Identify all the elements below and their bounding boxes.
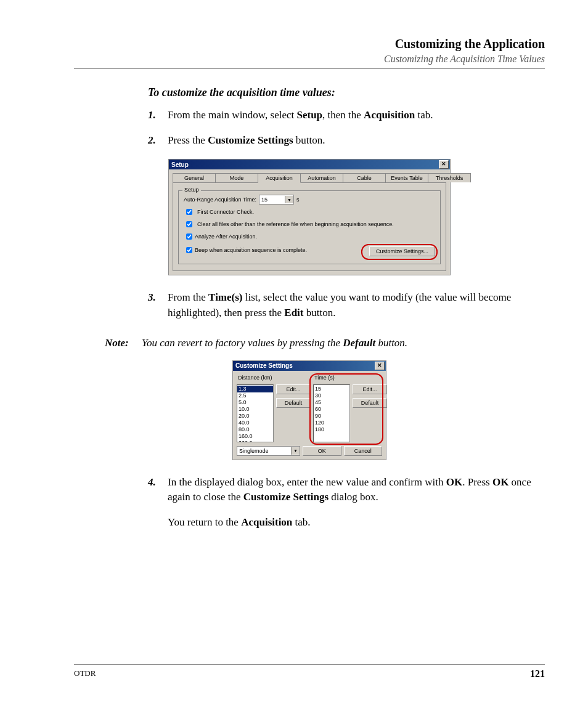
setup-dialog: Setup ✕ General Mode Acquisition Automat…	[168, 159, 451, 275]
ok-button[interactable]: OK	[303, 446, 341, 456]
time-column: Time (s) 15 30 45 60 90 120 180	[313, 375, 387, 442]
tab-events-table[interactable]: Events Table	[385, 173, 428, 182]
list-item[interactable]: 5.0	[237, 399, 273, 406]
tab-cable[interactable]: Cable	[343, 173, 386, 182]
titlebar: Customize Settings ✕	[233, 361, 386, 371]
customize-dialog: Customize Settings ✕ Distance (km) 1.3 2…	[232, 360, 386, 460]
header-title: Customizing the Application	[74, 37, 545, 51]
chk-first-connector: First Connector Check.	[184, 207, 435, 217]
setup-groupbox: Setup Auto-Range Acquisition Time: 15 ▼ …	[178, 190, 441, 264]
checkbox[interactable]	[186, 247, 192, 253]
bottom-row: Singlemode ▼ OK Cancel	[237, 446, 382, 456]
tab-body: Setup Auto-Range Acquisition Time: 15 ▼ …	[173, 182, 446, 271]
close-icon[interactable]: ✕	[375, 362, 385, 370]
step-body: From the Time(s) list, select the value …	[168, 290, 545, 320]
footer-product: OTDR	[74, 668, 96, 680]
chevron-down-icon[interactable]: ▼	[285, 196, 293, 203]
list-item[interactable]: 2.5	[237, 392, 273, 399]
step-body: Press the Customize Settings button.	[168, 133, 545, 148]
customize-settings-button[interactable]: Customize Settings...	[369, 246, 435, 256]
tab-acquisition[interactable]: Acquisition	[258, 173, 301, 183]
mode-combo[interactable]: Singlemode ▼	[237, 446, 300, 456]
section-title: To customize the acquisition time values…	[148, 86, 545, 99]
chk-beep-row: Beep when acquisition sequence is comple…	[184, 244, 435, 256]
tab-row: General Mode Acquisition Automation Cabl…	[169, 169, 450, 182]
tab-thresholds[interactable]: Thresholds	[428, 173, 471, 182]
header-subtitle: Customizing the Acquisition Time Values	[74, 54, 545, 65]
step-2: 2. Press the Customize Settings button.	[74, 133, 545, 148]
list-item[interactable]: 120	[314, 420, 349, 426]
page-footer: OTDR 121	[74, 664, 545, 680]
list-item[interactable]: 30	[314, 392, 349, 399]
tab-mode[interactable]: Mode	[215, 173, 258, 182]
distance-label: Distance (km)	[237, 375, 311, 381]
time-listbox[interactable]: 15 30 45 60 90 120 180	[313, 384, 350, 442]
note-body: You can revert to factory values by pres…	[142, 337, 545, 349]
auto-range-label: Auto-Range Acquisition Time:	[184, 197, 256, 203]
step-number: 1.	[148, 108, 168, 123]
page-header: Customizing the Application Customizing …	[74, 37, 545, 69]
list-item[interactable]: 90	[314, 413, 349, 420]
customize-dialog-figure: Customize Settings ✕ Distance (km) 1.3 2…	[74, 360, 545, 460]
checkbox[interactable]	[186, 221, 192, 227]
list-item[interactable]: 60	[314, 406, 349, 413]
auto-range-combo[interactable]: 15 ▼	[259, 195, 294, 205]
list-item[interactable]: 1.3	[237, 386, 273, 392]
setup-dialog-figure: Setup ✕ General Mode Acquisition Automat…	[74, 159, 545, 275]
auto-range-row: Auto-Range Acquisition Time: 15 ▼ s	[184, 195, 435, 205]
distance-edit-button[interactable]: Edit...	[276, 384, 311, 394]
customize-btn-area: Customize Settings...	[369, 246, 435, 256]
step-3: 3. From the Time(s) list, select the val…	[74, 290, 545, 320]
list-item[interactable]: 180	[314, 426, 349, 433]
step-4: 4. In the displayed dialog box, enter th…	[74, 475, 545, 505]
list-item[interactable]: 80.0	[237, 426, 273, 433]
step-number: 3.	[148, 290, 168, 320]
chevron-down-icon[interactable]: ▼	[291, 447, 300, 455]
auto-range-unit: s	[296, 197, 300, 203]
return-text: You return to the Acquisition tab.	[168, 515, 545, 530]
step-1: 1. From the main window, select Setup, t…	[74, 108, 545, 123]
step-body: From the main window, select Setup, then…	[168, 108, 545, 123]
footer-page-number: 121	[530, 668, 545, 680]
list-item[interactable]: 45	[314, 399, 349, 406]
dialog-title: Setup	[171, 161, 189, 168]
group-label: Setup	[182, 187, 201, 193]
step-body: In the displayed dialog box, enter the n…	[168, 475, 545, 505]
distance-listbox[interactable]: 1.3 2.5 5.0 10.0 20.0 40.0 80.0 160.0 26…	[237, 384, 274, 442]
list-item[interactable]: 20.0	[237, 413, 273, 420]
step-number: 4.	[148, 475, 168, 505]
distance-column: Distance (km) 1.3 2.5 5.0 10.0 20.0 40.0…	[237, 375, 311, 442]
note-label: Note:	[105, 337, 142, 349]
checkbox[interactable]	[186, 209, 192, 215]
document-page: Customizing the Application Customizing …	[0, 0, 588, 714]
list-item[interactable]: 10.0	[237, 406, 273, 413]
time-edit-button[interactable]: Edit...	[353, 384, 387, 394]
close-icon[interactable]: ✕	[439, 160, 449, 169]
chk-analyze: Analyze After Acquisition.	[184, 232, 435, 241]
list-item[interactable]: 15	[314, 386, 349, 392]
distance-default-button[interactable]: Default	[276, 398, 311, 408]
dialog-title: Customize Settings	[235, 362, 293, 369]
tab-automation[interactable]: Automation	[300, 173, 343, 182]
list-item[interactable]: 160.0	[237, 433, 273, 440]
list-item[interactable]: 260.0	[237, 440, 273, 442]
dialog-body: Distance (km) 1.3 2.5 5.0 10.0 20.0 40.0…	[233, 371, 386, 460]
time-default-button[interactable]: Default	[353, 398, 387, 408]
checkbox[interactable]	[186, 233, 192, 240]
note: Note: You can revert to factory values b…	[74, 337, 545, 349]
list-item[interactable]: 40.0	[237, 420, 273, 426]
tab-general[interactable]: General	[173, 173, 216, 182]
titlebar: Setup ✕	[169, 160, 450, 169]
step-number: 2.	[148, 133, 168, 148]
cancel-button[interactable]: Cancel	[344, 446, 383, 456]
time-label: Time (s)	[313, 375, 387, 381]
chk-clear-files: Clear all files other than the reference…	[184, 219, 435, 229]
